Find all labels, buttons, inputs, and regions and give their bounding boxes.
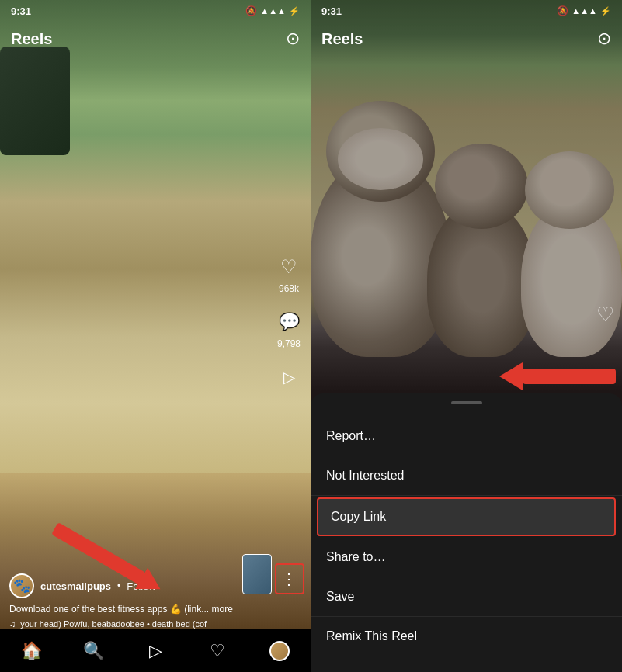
reels-title-right: Reels — [321, 30, 363, 48]
not-interested-label: Not Interested — [326, 469, 405, 483]
like-button-left[interactable]: ♡ 968k — [275, 253, 303, 294]
menu-item-remix[interactable]: Remix This Reel — [311, 617, 622, 656]
menu-item-share-to[interactable]: Share to… — [311, 538, 622, 577]
red-arrow-right — [499, 362, 616, 390]
right-icons-left: ♡ 968k 💬 9,798 ▷ — [275, 253, 303, 391]
comment-count: 9,798 — [277, 338, 301, 349]
camera-icon-left[interactable]: ⊙ — [286, 29, 300, 49]
battery-icon: ⚡ — [289, 6, 300, 16]
avatar-dog-icon: 🐾 — [13, 577, 30, 594]
menu-item-report[interactable]: Report… — [311, 417, 622, 456]
like-count: 968k — [279, 283, 299, 294]
heart-icon-left: ♡ — [275, 253, 303, 281]
music-note-icon: ♫ — [9, 619, 16, 629]
reels-header-left: Reels ⊙ — [0, 22, 311, 56]
status-time-right: 9:31 — [321, 5, 342, 17]
nav-avatar — [269, 641, 290, 661]
share-icon-left: ▷ — [275, 363, 303, 391]
three-dots-button[interactable]: ⋮ — [275, 563, 304, 594]
nav-search[interactable]: 🔍 — [62, 629, 124, 672]
share-to-label: Share to… — [326, 550, 385, 564]
video-thumbnail-left — [242, 554, 272, 594]
status-icons-right: 🔕 ▲▲▲ ⚡ — [557, 5, 611, 16]
reels-header-right: Reels ⊙ — [311, 22, 622, 56]
avatar-left: 🐾 — [9, 573, 34, 598]
camera-icon-right[interactable]: ⊙ — [597, 29, 611, 49]
report-label: Report… — [326, 429, 376, 443]
save-label: Save — [326, 590, 354, 604]
remix-label: Remix This Reel — [326, 629, 417, 643]
left-panel: 9:31 🔕 ▲▲▲ ⚡ Reels ⊙ ♡ 968k 💬 9,798 ▷ 🐾 — [0, 0, 311, 672]
mute-icon-right: 🔕 — [557, 5, 568, 16]
nav-likes[interactable]: ♡ — [186, 629, 248, 672]
context-menu: Report… Not Interested Copy Link Share t… — [311, 393, 622, 672]
menu-item-save[interactable]: Save — [311, 577, 622, 617]
menu-item-not-interested[interactable]: Not Interested — [311, 456, 622, 496]
status-bar-right: 9:31 🔕 ▲▲▲ ⚡ — [311, 0, 622, 22]
status-time-left: 9:31 — [11, 5, 31, 17]
right-panel: 9:31 🔕 ▲▲▲ ⚡ Reels ⊙ ♡ Report… Not Inter… — [311, 0, 622, 672]
status-icons-left: 🔕 ▲▲▲ ⚡ — [245, 5, 300, 16]
signal-icon-right: ▲▲▲ — [572, 6, 597, 16]
mute-icon: 🔕 — [245, 5, 257, 16]
menu-item-copy-link[interactable]: Copy Link — [317, 497, 616, 536]
comment-icon-left: 💬 — [275, 308, 303, 336]
three-dots-icon: ⋮ — [281, 570, 298, 588]
car-shape — [0, 47, 70, 155]
nav-reels[interactable]: ▷ — [124, 629, 186, 672]
dot-separator: • — [117, 580, 120, 591]
music-text: your head) Powfu, beabadoobee • death be… — [20, 619, 207, 629]
reels-title-left: Reels — [11, 30, 52, 48]
share-button-left[interactable]: ▷ — [275, 363, 303, 391]
battery-icon-right: ⚡ — [600, 6, 611, 16]
drag-handle[interactable] — [451, 401, 482, 404]
comment-button-left[interactable]: 💬 9,798 — [275, 308, 303, 349]
status-bar-left: 9:31 🔕 ▲▲▲ ⚡ — [0, 0, 311, 22]
nav-profile[interactable] — [248, 629, 311, 672]
nav-home[interactable]: 🏠 — [0, 629, 62, 672]
nav-bar-left: 🏠 🔍 ▷ ♡ — [0, 629, 311, 672]
heart-icon-right[interactable]: ♡ — [596, 303, 614, 327]
username-left[interactable]: cutesmallpups — [40, 580, 111, 592]
copy-link-label: Copy Link — [331, 510, 386, 524]
music-row: ♫ your head) Powfu, beabadoobee • death … — [9, 619, 262, 629]
caption-left: Download one of the best fitness apps 💪 … — [9, 603, 262, 616]
signal-icon: ▲▲▲ — [260, 6, 286, 16]
